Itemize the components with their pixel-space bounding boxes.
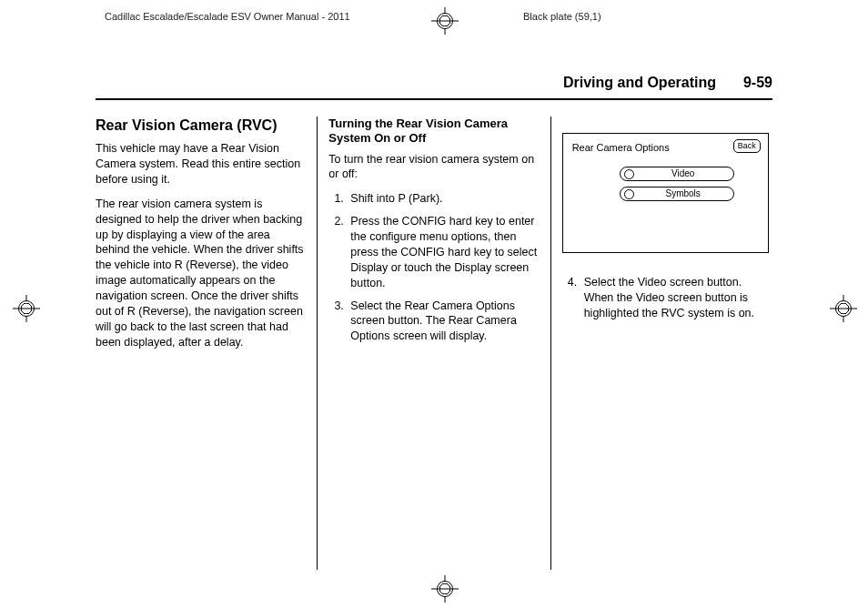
turning-on-off-intro: To turn the rear vision camera system on… <box>328 152 539 183</box>
column-2: Turning the Rear Vision Camera System On… <box>317 117 550 570</box>
step-4: Select the Video screen button. When the… <box>580 275 772 321</box>
column-3: Rear Camera Options Back Video Symbols S… <box>550 117 772 570</box>
section-title: Driving and Operating <box>563 75 716 91</box>
rco-screen-title: Rear Camera Options <box>572 141 670 155</box>
back-button[interactable]: Back <box>733 139 761 153</box>
registration-mark-right <box>835 300 852 317</box>
video-option-label: Video <box>671 168 694 178</box>
video-option-button[interactable]: Video <box>620 167 734 181</box>
registration-mark-top <box>437 13 453 29</box>
rvc-description-paragraph: The rear vision camera system is designe… <box>96 197 306 350</box>
steps-list-continued: Select the Video screen button. When the… <box>562 275 772 321</box>
registration-mark-left <box>18 300 35 317</box>
radio-indicator-icon <box>624 169 634 179</box>
page-body: Driving and Operating 9-59 Rear Vision C… <box>96 71 772 570</box>
rear-camera-options-screen: Rear Camera Options Back Video Symbols <box>562 133 769 253</box>
step-3: Select the Rear Camera Options screen bu… <box>347 299 539 345</box>
column-1: Rear Vision Camera (RVC) This vehicle ma… <box>96 117 317 570</box>
rvc-intro-paragraph: This vehicle may have a Rear Vision Came… <box>96 141 306 187</box>
doc-title: Cadillac Escalade/Escalade ESV Owner Man… <box>105 11 350 22</box>
radio-indicator-icon <box>624 189 634 199</box>
plate-label: Black plate (59,1) <box>523 11 601 22</box>
symbols-option-button[interactable]: Symbols <box>620 187 734 201</box>
page-number: 9-59 <box>743 75 772 91</box>
step-2: Press the CONFIG hard key to enter the c… <box>347 214 539 290</box>
steps-list: Shift into P (Park). Press the CONFIG ha… <box>328 191 539 344</box>
symbols-option-label: Symbols <box>665 188 700 198</box>
turning-on-off-heading: Turning the Rear Vision Camera System On… <box>328 117 539 147</box>
registration-mark-bottom <box>437 581 453 597</box>
step-1: Shift into P (Park). <box>347 191 539 207</box>
rvc-heading: Rear Vision Camera (RVC) <box>96 117 306 134</box>
running-head: Driving and Operating 9-59 <box>96 71 772 100</box>
